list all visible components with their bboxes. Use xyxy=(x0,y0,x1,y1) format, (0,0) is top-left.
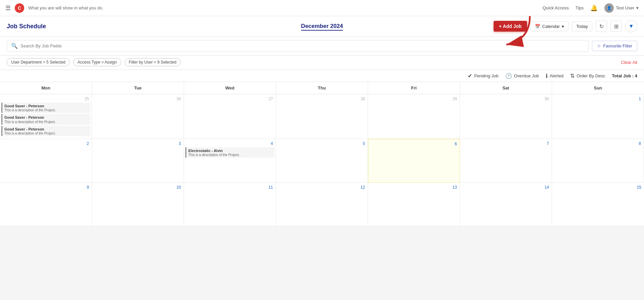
overdue-job-icon: 🕐 xyxy=(505,73,512,79)
calendar-cell[interactable]: 13 xyxy=(368,183,460,226)
calendar-header: MonTueWedThuFriSatSun xyxy=(0,82,644,94)
total-job-count: Total Job : 4 xyxy=(612,73,637,78)
calendar-cell[interactable]: 3 xyxy=(92,139,184,183)
calendar-cell[interactable]: 14 xyxy=(460,183,552,226)
user-menu[interactable]: 👤 Test User ▾ xyxy=(604,3,639,13)
calendar-day-number: 28 xyxy=(277,96,366,103)
event-description: This is a description of the Project.. xyxy=(188,153,272,157)
refresh-icon[interactable]: ↻ xyxy=(596,21,607,32)
event-description: This is a description of the Project.. xyxy=(4,132,88,135)
page-title: Job Schedule xyxy=(7,23,46,30)
calendar-cell[interactable]: 5 xyxy=(276,139,368,183)
favourite-filter-label: Favourite Filter xyxy=(603,43,632,48)
pending-job-label: Pending Job xyxy=(474,73,498,78)
filter-chip-user[interactable]: Filter by User = 9 Selected xyxy=(125,58,181,66)
month-title-wrap: December 2024 xyxy=(301,23,343,30)
add-job-button[interactable]: + Add Job xyxy=(494,21,527,32)
clear-all-button[interactable]: Clear All xyxy=(621,60,637,65)
filter-chips: User Department = 5 Selected Access Type… xyxy=(0,55,644,70)
calendar-cell[interactable]: 29 xyxy=(368,94,460,139)
event-card[interactable]: Good Saver - PetersonThis is a descripti… xyxy=(1,103,90,113)
today-button[interactable]: Today xyxy=(572,22,592,31)
calendar-day-number: 29 xyxy=(369,96,458,103)
event-title: Good Saver - Peterson xyxy=(4,115,88,120)
alerted-label: Alerted xyxy=(550,73,563,78)
calendar-cell[interactable]: 26 xyxy=(92,94,184,139)
order-by-desc-toggle[interactable]: ⇅ Order By Desc xyxy=(570,73,605,79)
search-input[interactable] xyxy=(20,43,584,48)
calendar-day-number: 25 xyxy=(1,96,90,103)
header-actions: + Add Job 📅 Calendar ▾ Today ↻ ⊞ ▼ xyxy=(494,20,637,32)
calendar-day-number: 30 xyxy=(461,96,550,103)
avatar: 👤 xyxy=(604,3,614,13)
calendar-cell[interactable]: 2 xyxy=(0,139,92,183)
calendar-day-header: Mon xyxy=(0,82,92,94)
calendar-day-number: 8 xyxy=(553,140,642,147)
quick-access-link[interactable]: Quick Access xyxy=(543,5,569,10)
calendar-day-number: 9 xyxy=(1,184,90,191)
order-by-desc-label: Order By Desc xyxy=(577,73,605,78)
calendar-cell[interactable]: 28 xyxy=(276,94,368,139)
calendar-cell[interactable]: 11 xyxy=(184,183,276,226)
calendar-cell[interactable]: 12 xyxy=(276,183,368,226)
calendar-day-header: Fri xyxy=(368,82,460,94)
page-header: Job Schedule December 2024 + Add Job 📅 C… xyxy=(0,16,644,37)
event-title: Electrostatic - Alvin xyxy=(188,148,272,153)
calendar-cell[interactable]: 4Electrostatic - AlvinThis is a descript… xyxy=(184,139,276,183)
filter-chip-department[interactable]: User Department = 5 Selected xyxy=(7,58,70,66)
calendar-grid: 25Good Saver - PetersonThis is a descrip… xyxy=(0,94,644,226)
calendar-day-number: 7 xyxy=(461,140,550,147)
pending-job-toggle[interactable]: ✔ Pending Job xyxy=(468,73,498,79)
logo-icon: C xyxy=(15,3,24,13)
user-name: Test User xyxy=(616,5,634,10)
event-card[interactable]: Electrostatic - AlvinThis is a descripti… xyxy=(185,147,274,158)
calendar-day-number: 10 xyxy=(93,184,182,191)
calendar-day-header: Thu xyxy=(276,82,368,94)
event-card[interactable]: Good Saver - PetersonThis is a descripti… xyxy=(1,114,90,124)
bell-icon[interactable]: 🔔 xyxy=(590,4,598,12)
month-title: December 2024 xyxy=(301,23,343,31)
calendar-cell[interactable]: 7 xyxy=(460,139,552,183)
calendar-cell[interactable]: 6 xyxy=(368,139,460,183)
star-icon: ☆ xyxy=(597,43,601,48)
calendar-view-button[interactable]: 📅 Calendar ▾ xyxy=(531,22,569,31)
event-card[interactable]: Good Saver - PetersonThis is a descripti… xyxy=(1,126,90,136)
search-bar: 🔍 ☆ Favourite Filter xyxy=(0,37,644,55)
top-navigation: ☰ C What you are will show in what you d… xyxy=(0,0,644,16)
calendar-day-header: Sun xyxy=(552,82,644,94)
nav-right: Quick Access Tips 🔔 👤 Test User ▾ xyxy=(543,3,639,13)
hamburger-icon[interactable]: ☰ xyxy=(5,4,11,12)
calendar-cell[interactable]: 25Good Saver - PetersonThis is a descrip… xyxy=(0,94,92,139)
favourite-filter-button[interactable]: ☆ Favourite Filter xyxy=(592,41,637,51)
filter-chip-access-type[interactable]: Access Type = Assign xyxy=(73,58,121,66)
filter-icon[interactable]: ▼ xyxy=(625,20,637,32)
calendar-cell[interactable]: 9 xyxy=(0,183,92,226)
order-desc-icon: ⇅ xyxy=(570,73,574,79)
view-toggle-icon[interactable]: ⊞ xyxy=(610,21,622,32)
calendar-day-number: 11 xyxy=(185,184,274,191)
calendar-day-number: 3 xyxy=(93,140,182,147)
calendar-day-number: 5 xyxy=(277,140,366,147)
event-title: Good Saver - Peterson xyxy=(4,127,88,132)
calendar-cell[interactable]: 10 xyxy=(92,183,184,226)
calendar-cell[interactable]: 27 xyxy=(184,94,276,139)
nav-tagline: What you are will show in what you do. xyxy=(28,5,103,10)
calendar-cell[interactable]: 8 xyxy=(552,139,644,183)
calendar-day-number: 6 xyxy=(370,141,458,148)
alerted-icon: ℹ xyxy=(546,73,548,79)
calendar-day-number: 27 xyxy=(185,96,274,103)
calendar-cell[interactable]: 1 xyxy=(552,94,644,139)
calendar-cell[interactable]: 30 xyxy=(460,94,552,139)
overdue-job-label: Overdue Job xyxy=(514,73,539,78)
search-icon: 🔍 xyxy=(11,43,18,49)
chevron-down-icon: ▾ xyxy=(636,5,639,10)
calendar-day-header: Wed xyxy=(184,82,276,94)
event-title: Good Saver - Peterson xyxy=(4,104,88,108)
calendar-label: Calendar xyxy=(542,24,560,29)
alerted-toggle[interactable]: ℹ Alerted xyxy=(546,73,563,79)
tips-link[interactable]: Tips xyxy=(576,5,584,10)
overdue-job-toggle[interactable]: 🕐 Overdue Job xyxy=(505,73,539,79)
event-description: This is a description of the Project.. xyxy=(4,120,88,124)
calendar-day-number: 4 xyxy=(185,140,274,147)
calendar-cell[interactable]: 15 xyxy=(552,183,644,226)
